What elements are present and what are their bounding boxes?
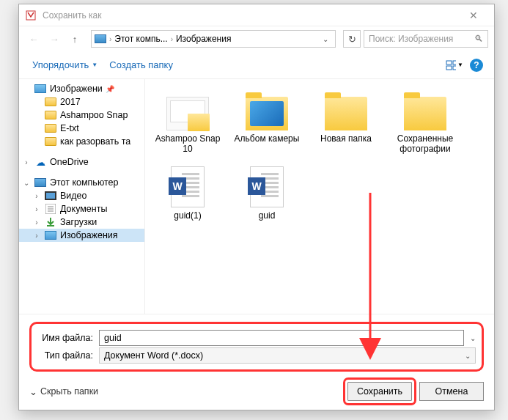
word-doc-icon [250, 166, 284, 207]
filetype-select[interactable]: Документ Word (*.docx) ⌄ [99, 347, 476, 364]
sidebar-item-label: OneDrive [50, 157, 89, 167]
sidebar-item[interactable]: Изображени📌 [19, 82, 144, 95]
onedrive-icon: ☁ [34, 157, 47, 167]
chevron-down-icon[interactable]: ⌄ [319, 35, 332, 43]
nav-back-button[interactable]: ← [25, 30, 43, 48]
file-label: Сохраненные фотографии [391, 133, 459, 155]
new-folder-button[interactable]: Создать папку [105, 56, 177, 73]
sidebar-item-label: Документы [60, 204, 107, 214]
chevron-down-icon: ⌄ [465, 352, 471, 360]
chevron-down-icon: ▼ [457, 62, 463, 68]
sidebar-item-label: Этот компьютер [50, 177, 118, 188]
sidebar-item[interactable]: ⌄Этот компьютер [19, 176, 144, 189]
chevron-icon: › [32, 218, 41, 226]
chevron-icon: › [32, 205, 41, 213]
svg-rect-4 [453, 66, 456, 70]
refresh-button[interactable]: ↻ [343, 30, 361, 48]
search-input[interactable]: Поиск: Изображения 🔍︎ [364, 30, 488, 48]
newfolder-label: Создать папку [109, 59, 173, 70]
file-label: Новая папка [320, 133, 372, 144]
video-icon [44, 191, 57, 201]
sidebar-item-label: 2017 [60, 97, 81, 107]
sidebar-item[interactable]: ›Загрузки [19, 215, 144, 229]
svg-rect-3 [446, 66, 452, 70]
file-item[interactable]: Ashampoo Snap 10 [151, 86, 224, 158]
svg-rect-2 [453, 61, 456, 65]
file-item[interactable]: guid [230, 161, 303, 224]
sidebar-item[interactable]: как разорвать та [19, 135, 144, 148]
content-pane: Ashampoo Snap 10Альбом камерыНовая папка… [145, 79, 494, 314]
breadcrumb[interactable]: › Этот компь... › Изображения ⌄ [91, 30, 336, 48]
organize-button[interactable]: Упорядочить ▼ [28, 56, 102, 73]
svg-rect-1 [446, 61, 452, 65]
nav-forward-button[interactable]: → [45, 30, 63, 48]
hide-folders-button[interactable]: ⌄ Скрыть папки [29, 386, 98, 397]
sidebar-item-label: Ashampoo Snap [60, 110, 128, 120]
pics-icon [34, 84, 47, 94]
file-label: Альбом камеры [235, 133, 300, 144]
sidebar-item[interactable]: ›☁OneDrive [19, 155, 144, 169]
file-item[interactable]: Альбом камеры [230, 86, 303, 158]
folder-icon [44, 97, 57, 107]
save-as-dialog: Сохранить как ✕ ← → ↑ › Этот компь... › … [18, 4, 495, 410]
chevron-right-icon: › [171, 35, 173, 43]
pc-icon [95, 34, 106, 43]
file-item[interactable]: Новая папка [309, 86, 383, 158]
filename-label: Имя файла: [37, 333, 93, 343]
word-doc-icon [171, 166, 205, 207]
file-item[interactable]: Сохраненные фотографии [389, 86, 462, 158]
organize-label: Упорядочить [32, 59, 89, 70]
titlebar: Сохранить как ✕ [19, 4, 494, 26]
nav-up-button[interactable]: ↑ [66, 30, 84, 48]
file-label: guid(1) [174, 210, 201, 221]
file-label: guid [259, 210, 276, 221]
chevron-icon: › [32, 192, 41, 200]
sidebar-item-label: Изображения [60, 230, 118, 240]
close-button[interactable]: ✕ [459, 4, 488, 26]
breadcrumb-seg[interactable]: Изображения [176, 34, 231, 44]
sidebar-item[interactable]: 2017 [19, 95, 144, 108]
file-item[interactable]: guid(1) [151, 161, 224, 224]
chevron-down-icon[interactable]: ⌄ [470, 334, 476, 342]
filetype-label: Тип файла: [37, 350, 93, 361]
sidebar-item[interactable]: Ashampoo Snap [19, 108, 144, 122]
nav-bar: ← → ↑ › Этот компь... › Изображения ⌄ ↻ … [19, 26, 494, 51]
chevron-right-icon: › [109, 35, 111, 43]
view-button[interactable]: ▼ [446, 56, 463, 74]
pin-icon: 📌 [106, 85, 114, 93]
sidebar-item[interactable]: ›Видео [19, 189, 144, 202]
breadcrumb-seg[interactable]: Этот компь... [114, 34, 167, 44]
chevron-icon: › [22, 158, 31, 166]
hide-folders-label: Скрыть папки [40, 386, 98, 397]
cancel-button[interactable]: Отмена [419, 382, 484, 401]
svg-rect-6 [46, 193, 55, 199]
sidebar-item[interactable]: E-txt [19, 122, 144, 135]
chevron-icon: ⌄ [22, 179, 31, 187]
pics-icon [44, 230, 57, 240]
folder-icon [325, 97, 367, 130]
folder-icon [166, 97, 209, 130]
sidebar: Изображени📌2017Ashampoo SnapE-txtкак раз… [19, 79, 145, 314]
folder-icon [44, 136, 57, 147]
chevron-icon: › [32, 232, 41, 240]
sidebar-item-label: Видео [60, 191, 87, 201]
search-icon: 🔍︎ [474, 34, 483, 44]
form-highlight: Имя файла: ⌄ Тип файла: Документ Word (*… [29, 322, 484, 372]
save-button[interactable]: Сохранить [347, 382, 412, 401]
help-icon: ? [470, 59, 483, 72]
filetype-value: Документ Word (*.docx) [104, 350, 203, 361]
sidebar-item[interactable]: ›Изображения [19, 229, 144, 242]
sidebar-item-label: Изображени [50, 84, 103, 94]
footer: Имя файла: ⌄ Тип файла: Документ Word (*… [19, 314, 494, 408]
sidebar-item-label: как разорвать та [60, 136, 130, 147]
folder-icon [44, 123, 57, 133]
folder-icon [246, 97, 288, 130]
svg-rect-0 [26, 11, 35, 20]
sidebar-item[interactable]: ›Документы [19, 202, 144, 215]
sidebar-item-label: Загрузки [60, 217, 97, 227]
filename-input[interactable] [99, 330, 464, 346]
sidebar-item-label: E-txt [60, 123, 79, 133]
help-button[interactable]: ? [468, 56, 485, 74]
chevron-down-icon: ▼ [92, 62, 97, 68]
body: Изображени📌2017Ashampoo SnapE-txtкак раз… [19, 79, 494, 314]
